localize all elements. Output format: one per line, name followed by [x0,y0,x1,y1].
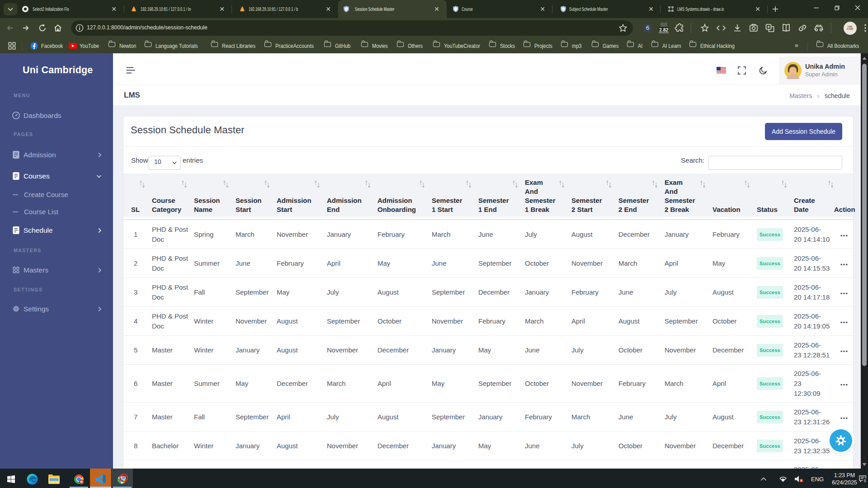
svg-text:5: 5 [864,479,866,483]
svg-text:R: R [80,480,83,484]
